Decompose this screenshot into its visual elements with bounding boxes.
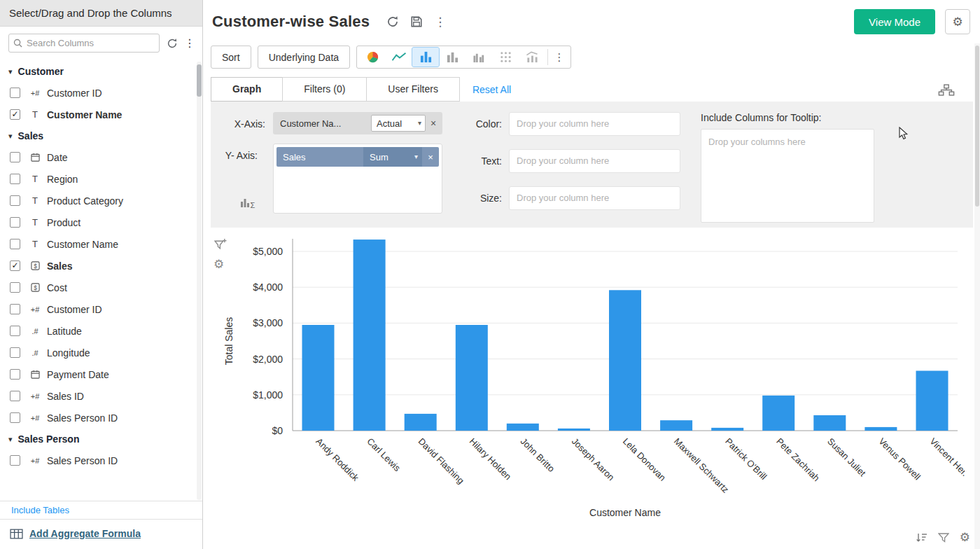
chart-settings-icon[interactable]: ⚙ <box>214 258 224 270</box>
x-aggregate-select[interactable]: Actual ▾ <box>371 115 426 132</box>
column-group-sales-person[interactable]: ▾Sales Person <box>8 429 192 450</box>
include-tables-link[interactable]: Include Tables <box>11 505 69 515</box>
column-item[interactable]: +#Sales ID <box>8 385 192 407</box>
column-checkbox[interactable] <box>10 347 20 358</box>
column-item[interactable]: TRegion <box>8 168 192 190</box>
underlying-data-button[interactable]: Underlying Data <box>258 46 350 69</box>
view-mode-button[interactable]: View Mode <box>854 9 935 34</box>
column-chart-icon[interactable] <box>439 48 465 67</box>
column-checkbox[interactable] <box>10 152 20 162</box>
color-label: Color: <box>471 112 502 130</box>
remove-y-column-icon[interactable]: × <box>422 153 439 162</box>
column-item[interactable]: +#Sales Person ID <box>8 407 192 429</box>
column-checkbox[interactable] <box>10 88 20 98</box>
chevron-down-icon: ▾ <box>418 120 421 127</box>
column-item[interactable]: $Cost <box>8 277 192 298</box>
summary-function-icon[interactable]: Σ <box>240 195 255 212</box>
size-dropzone[interactable]: Drop your column here <box>509 186 680 210</box>
column-label: Cost <box>47 282 67 293</box>
drill-hierarchy-icon[interactable] <box>938 84 955 96</box>
sidebar-scrollbar[interactable] <box>197 62 202 500</box>
sort-button[interactable]: Sort <box>211 46 251 69</box>
report-header: Customer-wise Sales ⋮ View Mode ⚙ <box>203 0 980 43</box>
reset-all-link[interactable]: Reset All <box>472 84 511 95</box>
search-columns-input[interactable] <box>27 38 155 48</box>
column-checkbox[interactable] <box>10 174 20 184</box>
chart-bottom-toolbar: ⚙ <box>916 531 970 543</box>
refresh-icon[interactable] <box>386 15 399 28</box>
y-aggregate-select[interactable]: Sum ▾ <box>363 147 422 167</box>
column-checkbox[interactable] <box>10 369 20 380</box>
x-axis-chip[interactable]: Customer Na... Actual ▾ × <box>273 112 442 134</box>
column-item[interactable]: Payment Date <box>8 363 192 385</box>
sidebar-scrollbar-thumb[interactable] <box>197 64 202 97</box>
combo-chart-icon[interactable] <box>519 48 545 67</box>
column-item[interactable]: +#Customer ID <box>8 82 192 104</box>
header-more-options-icon[interactable]: ⋮ <box>434 16 446 28</box>
chart-gear-icon[interactable]: ⚙ <box>960 531 970 543</box>
grouped-bar-chart-icon[interactable] <box>465 48 492 67</box>
sidebar-more-options-icon[interactable]: ⋮ <box>184 38 195 49</box>
chevron-down-icon: ▾ <box>8 132 13 140</box>
bar-chart-icon[interactable] <box>412 48 439 67</box>
column-item[interactable]: +#Customer ID <box>8 298 192 320</box>
main-scrollbar[interactable] <box>974 43 980 549</box>
column-checkbox[interactable] <box>10 217 20 228</box>
settings-button[interactable]: ⚙ <box>945 9 970 34</box>
column-checkbox[interactable]: ✓ <box>10 109 20 120</box>
y-axis-chip[interactable]: Sales Sum ▾ × <box>276 147 439 167</box>
x-axis-row: X-Axis: Customer Na... Actual ▾ × <box>222 112 453 134</box>
search-columns-box[interactable] <box>8 34 160 53</box>
number-type-icon: +# <box>27 457 43 465</box>
column-group-sales[interactable]: ▾Sales <box>8 125 192 146</box>
refresh-columns-icon[interactable] <box>167 38 178 49</box>
column-checkbox[interactable] <box>10 195 20 206</box>
add-aggregate-formula-link[interactable]: Add Aggregate Formula <box>29 528 141 539</box>
column-checkbox[interactable] <box>10 326 20 336</box>
chart-filter-plus-icon[interactable] <box>214 238 227 251</box>
column-checkbox[interactable] <box>10 391 20 401</box>
main-scrollbar-thumb[interactable] <box>975 46 979 207</box>
svg-text:Joseph Aaron: Joseph Aaron <box>570 436 617 483</box>
column-group-customer[interactable]: ▾Customer <box>8 61 192 82</box>
column-item[interactable]: .#Latitude <box>8 320 192 342</box>
tooltip-columns-label: Include Columns for Tooltip: <box>701 112 962 123</box>
save-icon[interactable] <box>410 15 423 28</box>
column-item[interactable]: ✓TCustomer Name <box>8 104 192 125</box>
text-type-icon: T <box>27 239 43 249</box>
pie-chart-icon[interactable] <box>359 48 386 67</box>
svg-text:Σ: Σ <box>251 201 255 209</box>
column-item[interactable]: TProduct <box>8 211 192 233</box>
svg-text:Total Sales: Total Sales <box>223 317 234 365</box>
y-axis-dropzone[interactable]: Sales Sum ▾ × <box>273 144 442 214</box>
tooltip-dropzone[interactable]: Drop your columns here <box>701 129 874 223</box>
tooltip-column: Include Columns for Tooltip: Drop your c… <box>701 112 962 217</box>
chart-sort-icon[interactable] <box>916 532 927 543</box>
column-item[interactable]: +#Sales Person ID <box>8 450 192 471</box>
column-checkbox[interactable] <box>10 304 20 314</box>
column-item[interactable]: ✓$Sales <box>8 255 192 277</box>
svg-text:Hilary Holden: Hilary Holden <box>468 436 514 482</box>
line-chart-icon[interactable] <box>386 48 412 67</box>
tab-user-filters[interactable]: User Filters <box>366 77 460 102</box>
column-item[interactable]: TCustomer Name <box>8 233 192 255</box>
scatter-chart-icon[interactable] <box>492 48 519 67</box>
column-checkbox[interactable] <box>10 239 20 249</box>
column-item[interactable]: TProduct Category <box>8 190 192 211</box>
column-checkbox[interactable] <box>10 412 20 423</box>
tab-filters[interactable]: Filters (0) <box>282 77 367 102</box>
column-item[interactable]: Date <box>8 146 192 168</box>
column-checkbox[interactable] <box>10 282 20 293</box>
svg-text:Patrick O'Brill: Patrick O'Brill <box>723 436 769 482</box>
column-checkbox[interactable] <box>10 455 20 466</box>
color-dropzone[interactable]: Drop your column here <box>509 112 680 136</box>
column-item[interactable]: .#Longitude <box>8 342 192 363</box>
remove-x-column-icon[interactable]: × <box>426 118 441 128</box>
tab-graph[interactable]: Graph <box>211 77 283 102</box>
text-dropzone[interactable]: Drop your column here <box>509 149 680 173</box>
column-checkbox[interactable]: ✓ <box>10 260 20 271</box>
chart-types-more-icon[interactable]: ⋮ <box>550 48 568 67</box>
group-label: Customer <box>18 66 64 77</box>
svg-text:$2,000: $2,000 <box>253 354 283 365</box>
chart-filter-icon[interactable] <box>938 532 949 543</box>
